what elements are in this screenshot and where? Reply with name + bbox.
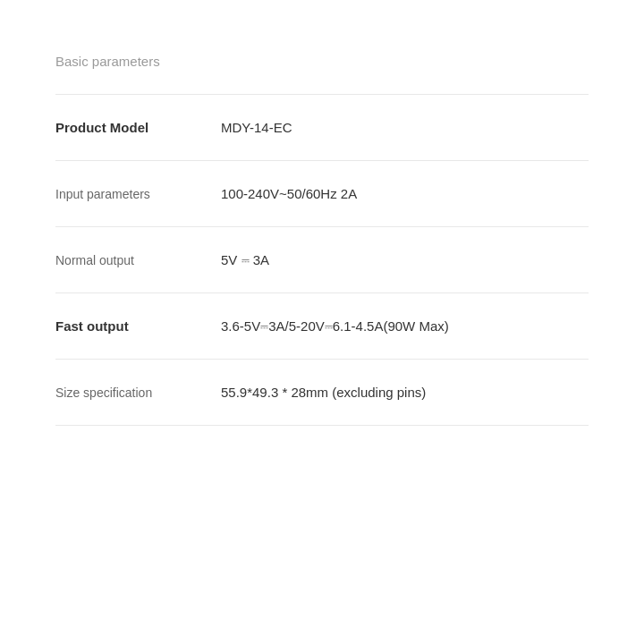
page-container: Basic parameters Product Model MDY-14-EC…	[0, 0, 644, 479]
row-input-parameters: Input parameters 100-240V~50/60Hz 2A	[55, 161, 589, 226]
value-size-specification: 55.9*49.3 * 28mm (excluding pins)	[221, 385, 589, 400]
label-normal-output: Normal output	[55, 253, 221, 267]
row-size-specification: Size specification 55.9*49.3 * 28mm (exc…	[55, 360, 589, 425]
value-normal-output: 5V ⎓ 3A	[221, 252, 589, 267]
divider-bottom	[55, 425, 589, 426]
label-product-model: Product Model	[55, 120, 221, 135]
row-fast-output: Fast output 3.6-5V⎓3A/5-20V⎓6.1-4.5A(90W…	[55, 293, 589, 359]
label-fast-output: Fast output	[55, 318, 221, 334]
value-fast-output: 3.6-5V⎓3A/5-20V⎓6.1-4.5A(90W Max)	[221, 318, 589, 334]
value-product-model: MDY-14-EC	[221, 120, 589, 135]
row-product-model: Product Model MDY-14-EC	[55, 95, 589, 160]
section-title: Basic parameters	[55, 54, 589, 69]
label-input-parameters: Input parameters	[55, 187, 221, 201]
row-normal-output: Normal output 5V ⎓ 3A	[55, 227, 589, 292]
value-input-parameters: 100-240V~50/60Hz 2A	[221, 186, 589, 201]
label-size-specification: Size specification	[55, 386, 221, 400]
